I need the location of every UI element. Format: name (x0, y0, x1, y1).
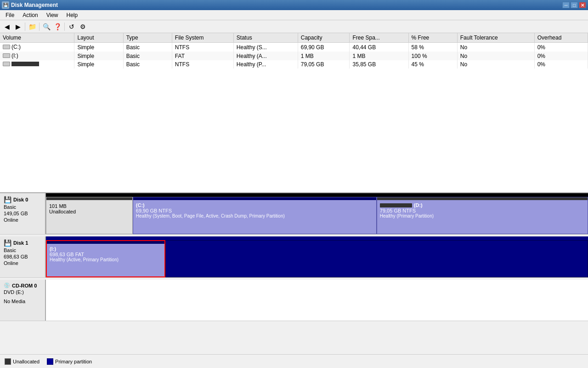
close-button[interactable]: ✕ (579, 2, 586, 8)
table-row[interactable]: (I:)SimpleBasicFATHealthy (A...1 MB1 MB1… (0, 52, 588, 60)
minimize-button[interactable]: ─ (562, 2, 570, 8)
disk-0-type: Basic (4, 204, 41, 210)
table-row[interactable]: SimpleBasicNTFSHealthy (P...79,05 GB35,8… (0, 60, 588, 69)
i-name: (I:) (50, 246, 162, 252)
cell-capacity: 69,90 GB (298, 43, 350, 52)
col-fault[interactable]: Fault Tolerance (457, 33, 534, 43)
unalloc-bar (46, 197, 132, 200)
help-button[interactable]: ❓ (52, 22, 62, 32)
properties-button[interactable]: 🔍 (41, 22, 51, 32)
cell-free: 40,44 GB (350, 43, 408, 52)
disk-0-label: 💾 Disk 0 Basic 149,05 GB Online (0, 193, 46, 234)
col-volume[interactable]: Volume (0, 33, 74, 43)
disk-1-icon: 💾 (4, 239, 11, 247)
d-bar (377, 197, 588, 200)
cell-layout: Simple (74, 43, 123, 52)
cdrom-icon: 💿 (4, 282, 10, 288)
volumes-table: Volume Layout Type File System Status Ca… (0, 33, 588, 69)
disk-0-top-bar (46, 193, 588, 197)
cdrom-name: CD-ROM 0 (12, 283, 37, 288)
disk-1-partitions: (I:) 698,63 GB FAT Healthy (Active, Prim… (46, 236, 588, 277)
cell-pct_free: 58 % (408, 43, 457, 52)
disk-1-partition-i[interactable]: (I:) 698,63 GB FAT Healthy (Active, Prim… (46, 240, 165, 277)
up-button[interactable]: 📁 (27, 22, 37, 32)
legend-primary-box (47, 358, 53, 365)
toolbar-separator-2 (39, 23, 40, 31)
cell-free: 1 MB (350, 52, 408, 60)
cell-layout: Simple (74, 60, 123, 69)
refresh-button[interactable]: ↺ (67, 22, 77, 32)
cell-capacity: 79,05 GB (298, 60, 350, 69)
cdrom-status: No Media (4, 299, 41, 304)
settings-button[interactable]: ⚙ (78, 22, 88, 32)
forward-button[interactable]: ▶ (13, 22, 23, 32)
cell-free: 35,85 GB (350, 60, 408, 69)
title-bar: 💾 Disk Management ─ □ ✕ (0, 0, 588, 10)
cell-layout: Simple (74, 52, 123, 60)
disk-0-partition-unallocated[interactable]: 101 MB Unallocated (46, 197, 133, 234)
disk-0-partition-c[interactable]: (C:) 69,90 GB NTFS Healthy (System, Boot… (133, 197, 377, 234)
unalloc-size: 101 MB (49, 203, 130, 209)
menu-action[interactable]: Action (19, 11, 41, 19)
disk-1-label: 💾 Disk 1 Basic 698,63 GB Online (0, 236, 46, 277)
col-filesystem[interactable]: File System (172, 33, 233, 43)
col-status[interactable]: Status (233, 33, 298, 43)
cdrom-content (46, 280, 588, 321)
toolbar: ◀ ▶ 📁 🔍 ❓ ↺ ⚙ (0, 20, 588, 33)
disk-1-status: Online (4, 260, 41, 266)
disk-0-partitions-row: 101 MB Unallocated (C:) 69,90 GB NTFS He… (46, 197, 588, 234)
disk-1-partition-rest[interactable] (165, 240, 588, 277)
col-pct[interactable]: % Free (408, 33, 457, 43)
legend-bar: Unallocated Primary partition (0, 354, 588, 368)
cell-overhead: 0% (534, 52, 588, 60)
main-content: Volume Layout Type File System Status Ca… (0, 33, 588, 368)
legend-primary: Primary partition (47, 358, 92, 365)
col-overhead[interactable]: Overhead (534, 33, 588, 43)
col-capacity[interactable]: Capacity (298, 33, 350, 43)
menu-help[interactable]: Help (63, 11, 82, 19)
cell-capacity: 1 MB (298, 52, 350, 60)
legend-primary-label: Primary partition (55, 359, 92, 364)
col-free[interactable]: Free Spa... (350, 33, 408, 43)
disk-0-partition-d[interactable]: (D:) 79,05 GB NTFS Healthy (Primary Part… (377, 197, 588, 234)
disk-0-icon: 💾 (4, 196, 11, 203)
i-size: 698,63 GB FAT (50, 252, 162, 257)
cell-fault: No (457, 52, 534, 60)
table-area[interactable]: Volume Layout Type File System Status Ca… (0, 33, 588, 193)
disk-0-name: Disk 0 (13, 197, 28, 202)
app-icon: 💾 (2, 1, 9, 9)
disk-1-row: 💾 Disk 1 Basic 698,63 GB Online (I:) 698… (0, 236, 588, 278)
table-row[interactable]: (C:)SimpleBasicNTFSHealthy (S...69,90 GB… (0, 43, 588, 52)
toolbar-separator-1 (25, 23, 25, 31)
back-button[interactable]: ◀ (2, 22, 12, 32)
cell-status: Healthy (P... (233, 60, 298, 69)
maximize-button[interactable]: □ (571, 2, 578, 8)
title-controls[interactable]: ─ □ ✕ (562, 2, 586, 8)
cell-pct_free: 45 % (408, 60, 457, 69)
disk-0-row: 💾 Disk 0 Basic 149,05 GB Online 101 MB U… (0, 193, 588, 235)
cell-filesystem: FAT (172, 52, 233, 60)
cell-status: Healthy (S... (233, 43, 298, 52)
menu-bar: File Action View Help (0, 10, 588, 20)
unalloc-label: Unallocated (49, 209, 130, 214)
disk-0-partitions: 101 MB Unallocated (C:) 69,90 GB NTFS He… (46, 193, 588, 234)
menu-view[interactable]: View (43, 11, 62, 19)
cdrom-type: DVD (E:) (4, 289, 41, 295)
c-bar (133, 197, 376, 200)
toolbar-separator-3 (64, 23, 65, 31)
cell-type: Basic (123, 43, 172, 52)
disk-1-type: Basic (4, 247, 41, 253)
cell-pct_free: 100 % (408, 52, 457, 60)
disk-1-top-bar (46, 236, 588, 240)
col-type[interactable]: Type (123, 33, 172, 43)
d-size: 79,05 GB NTFS (380, 208, 585, 213)
d-header: (D:) (380, 202, 585, 208)
c-name: (C:) (136, 202, 373, 208)
cell-fault: No (457, 60, 534, 69)
cell-filesystem: NTFS (172, 43, 233, 52)
c-status: Healthy (System, Boot, Page File, Active… (136, 213, 373, 218)
menu-file[interactable]: File (2, 11, 18, 19)
disk-1-name: Disk 1 (13, 240, 28, 246)
col-layout[interactable]: Layout (74, 33, 123, 43)
cell-volume: (I:) (0, 52, 74, 60)
